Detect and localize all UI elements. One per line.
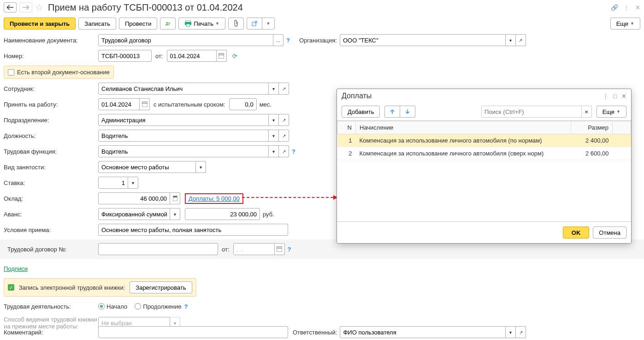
favorite-star-icon[interactable]: ☆ xyxy=(35,2,43,13)
popup-ok-button[interactable]: OK xyxy=(563,227,590,239)
register-button[interactable]: Зарегистрировать xyxy=(130,281,192,293)
contract-from-label: от: xyxy=(222,246,230,253)
popup-more-button[interactable]: Еще ▼ xyxy=(597,106,626,118)
doc-name-input[interactable] xyxy=(98,34,273,46)
checkbox-checked-icon[interactable]: ✓ xyxy=(8,284,14,291)
activity-cont-radio[interactable]: Продолжение xyxy=(135,303,181,310)
org-label: Организация: xyxy=(299,37,337,44)
dt-kt-button[interactable]: Дт xyxy=(160,18,176,30)
select-button[interactable]: … xyxy=(273,34,284,46)
number-label: Номер: xyxy=(4,53,98,60)
nav-back-button[interactable] xyxy=(4,2,17,12)
comment-input[interactable] xyxy=(98,326,288,338)
open-button[interactable]: ↗ xyxy=(279,114,289,126)
dept-label: Подразделение: xyxy=(4,117,98,124)
open-button[interactable]: ↗ xyxy=(279,83,289,95)
dropdown-button[interactable]: ▾ xyxy=(269,83,279,95)
signatures-link[interactable]: Подписи xyxy=(4,265,28,272)
dropdown-button[interactable]: ▾ xyxy=(506,326,516,338)
popup-close-icon[interactable]: ✕ xyxy=(621,93,626,100)
employee-label: Сотрудник: xyxy=(4,85,98,92)
calc-button[interactable] xyxy=(170,192,180,204)
open-button[interactable]: ↗ xyxy=(516,34,526,46)
post-and-close-button[interactable]: Провести и закрыть xyxy=(4,18,76,30)
salary-label: Оклад: xyxy=(4,195,98,202)
dropdown-button[interactable]: ▾ xyxy=(269,145,279,157)
chevron-down-icon: ▼ xyxy=(616,109,620,114)
help-icon[interactable]: ? xyxy=(286,37,290,44)
salary-input[interactable] xyxy=(98,192,170,204)
write-button[interactable]: Записать xyxy=(78,18,116,30)
col-n-header[interactable]: N xyxy=(337,121,356,134)
dropdown-button[interactable]: ▾ xyxy=(269,130,279,142)
move-up-button[interactable] xyxy=(384,106,400,118)
popup-search-input[interactable] xyxy=(481,106,582,118)
open-button[interactable]: ↗ xyxy=(516,326,526,338)
popup-table: N Начисление Размер 1 Компенсация за исп… xyxy=(337,121,631,160)
conditions-input[interactable] xyxy=(98,224,288,236)
popup-search-clear[interactable]: × xyxy=(582,106,592,118)
link-icon[interactable]: 🔗 xyxy=(611,4,618,11)
open-button[interactable]: ↗ xyxy=(279,130,289,142)
dropdown-button[interactable]: ▾ xyxy=(506,34,516,46)
kebab-menu-icon[interactable]: ⋮ xyxy=(624,4,630,11)
annotation-arrow xyxy=(242,197,333,198)
trial-unit-label: мес. xyxy=(260,101,272,108)
help-icon[interactable]: ? xyxy=(184,303,188,310)
table-row[interactable]: 1 Компенсация за использование личного а… xyxy=(337,134,631,147)
calendar-button[interactable] xyxy=(275,243,285,255)
hire-date-input[interactable] xyxy=(98,98,140,110)
export-icon xyxy=(251,20,258,27)
help-icon[interactable]: ? xyxy=(288,246,291,253)
dropdown-button[interactable]: ▾ xyxy=(196,161,206,173)
open-button[interactable]: ↗ xyxy=(279,145,289,157)
advance-type-input[interactable] xyxy=(98,208,170,220)
doc-name-label: Наименование документа: xyxy=(4,37,98,44)
second-doc-checkbox-row[interactable]: Есть второй документ-основание xyxy=(4,66,114,79)
more-button[interactable]: Еще ▼ xyxy=(610,18,640,30)
svg-rect-0 xyxy=(186,20,190,22)
dropdown-button[interactable]: ▾ xyxy=(128,177,138,189)
trial-input[interactable] xyxy=(229,98,257,110)
employ-type-input[interactable] xyxy=(98,161,196,173)
number-input[interactable] xyxy=(98,50,152,62)
move-down-button[interactable] xyxy=(400,106,415,118)
popup-kebab-icon[interactable]: ⋮ xyxy=(603,93,609,100)
date-input[interactable] xyxy=(167,50,217,62)
popup-cancel-button[interactable]: Отмена xyxy=(593,227,626,239)
col-size-header[interactable]: Размер xyxy=(571,121,613,134)
position-input[interactable] xyxy=(98,130,269,142)
responsible-input[interactable] xyxy=(340,326,506,338)
refresh-icon[interactable]: ⟳ xyxy=(232,53,237,60)
org-input[interactable] xyxy=(340,34,506,46)
rate-input[interactable] xyxy=(98,177,128,189)
popup-maximize-icon[interactable]: □ xyxy=(613,93,617,100)
col-name-header[interactable]: Начисление xyxy=(356,121,571,134)
print-button[interactable]: Печать ▼ xyxy=(178,18,225,30)
dropdown-button[interactable]: ▾ xyxy=(269,114,279,126)
misc-button[interactable] xyxy=(247,18,262,30)
close-icon[interactable]: ✕ xyxy=(635,4,640,11)
dropdown-button[interactable]: ▾ xyxy=(170,208,180,220)
contract-no-input[interactable] xyxy=(98,243,218,255)
func-input[interactable] xyxy=(98,145,269,157)
employee-input[interactable] xyxy=(98,83,269,95)
nav-forward-button[interactable] xyxy=(19,2,32,12)
addl-payments-link[interactable]: Доплаты: 5 000,00 xyxy=(189,195,240,202)
calendar-button[interactable] xyxy=(217,50,227,62)
table-row[interactable]: 2 Компенсация за использование личного а… xyxy=(337,147,631,160)
dept-input[interactable] xyxy=(98,114,269,126)
ework-label: Запись электронной трудовой книжки: xyxy=(19,284,125,291)
responsible-label: Ответственный: xyxy=(293,329,337,336)
calendar-button[interactable] xyxy=(140,98,150,110)
post-button[interactable]: Провести xyxy=(119,18,158,30)
activity-start-radio[interactable]: Начало xyxy=(98,303,127,310)
advance-value-input[interactable] xyxy=(185,208,260,220)
chevron-down-icon: ▼ xyxy=(630,21,634,26)
misc-dropdown[interactable]: ▼ xyxy=(262,18,275,30)
trial-label: с испытательным сроком: xyxy=(154,101,225,108)
popup-add-button[interactable]: Добавить xyxy=(342,106,380,118)
help-icon[interactable]: ? xyxy=(292,148,295,155)
attach-button[interactable] xyxy=(228,18,244,30)
contract-date-input[interactable] xyxy=(233,243,275,255)
